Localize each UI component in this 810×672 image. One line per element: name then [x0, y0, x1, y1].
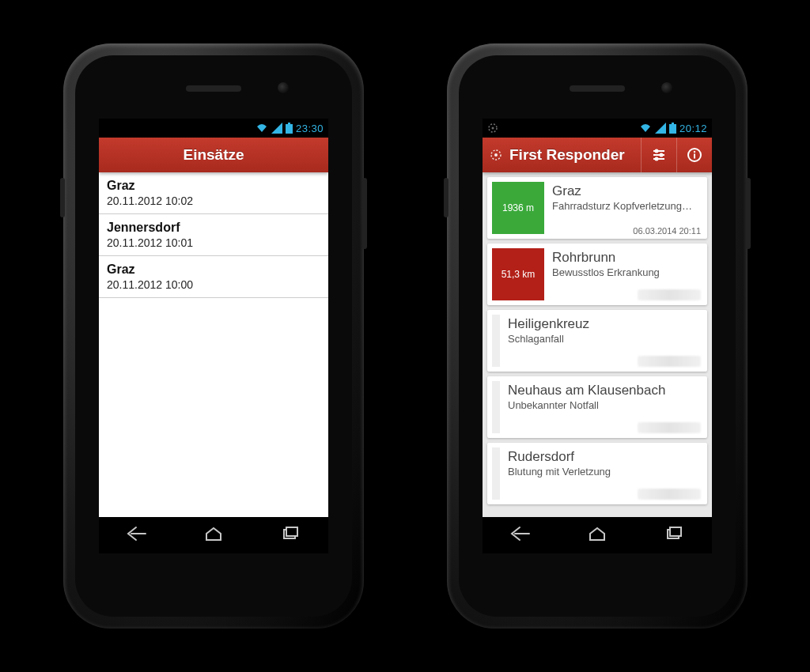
distance-badge	[492, 315, 500, 367]
wifi-icon	[255, 123, 268, 134]
card-description: Schlaganfall	[508, 333, 701, 345]
item-time: 20.11.2012 10:02	[107, 194, 320, 207]
appbar-title: First Responder	[509, 146, 625, 164]
distance-badge	[492, 447, 500, 500]
redacted-timestamp	[638, 289, 701, 300]
card-description: Fahrradsturz Kopfverletzung…	[552, 200, 701, 213]
redacted-timestamp	[638, 422, 701, 433]
recent-icon[interactable]	[280, 526, 301, 545]
back-icon[interactable]	[127, 526, 147, 545]
battery-icon	[669, 123, 676, 134]
card-location: Rudersdorf	[508, 449, 701, 465]
screen-right: 20:12 First Responder 1936 m Graz Fahrra…	[483, 119, 712, 553]
home-icon[interactable]	[587, 526, 608, 545]
incident-card[interactable]: Rudersdorf Blutung mit Verletzung	[487, 443, 707, 504]
svg-point-5	[492, 127, 494, 130]
back-icon[interactable]	[510, 526, 531, 545]
settings-button[interactable]	[641, 138, 676, 172]
item-title: Graz	[107, 262, 320, 277]
signal-icon	[271, 123, 282, 134]
phone-right: 20:12 First Responder 1936 m Graz Fahrra…	[447, 43, 748, 629]
status-clock: 20:12	[679, 123, 707, 134]
card-location: Rohrbrunn	[552, 250, 701, 266]
card-description: Bewusstlos Erkrankung	[552, 266, 701, 279]
list-item[interactable]: Graz 20.11.2012 10:02	[99, 172, 328, 214]
list-item[interactable]: Jennersdorf 20.11.2012 10:01	[99, 214, 328, 256]
item-time: 20.11.2012 10:00	[107, 278, 320, 291]
card-location: Heiligenkreuz	[508, 316, 701, 332]
svg-point-15	[656, 158, 658, 160]
front-camera	[661, 82, 672, 93]
phone-left: 23:30 Einsätze Graz 20.11.2012 10:02 Jen…	[63, 43, 364, 629]
status-bar: 20:12	[483, 119, 712, 138]
gps-icon[interactable]	[483, 148, 509, 162]
wifi-icon	[639, 123, 652, 134]
svg-rect-18	[694, 154, 695, 159]
front-camera	[278, 82, 289, 93]
info-button[interactable]	[676, 138, 712, 172]
incident-card[interactable]: 51,3 km Rohrbrunn Bewusstlos Erkrankung	[487, 244, 707, 305]
item-time: 20.11.2012 10:01	[107, 236, 320, 249]
volume-button[interactable]	[362, 178, 367, 249]
appbar: Einsätze	[99, 138, 328, 172]
incident-card-list[interactable]: 1936 m Graz Fahrradsturz Kopfverletzung……	[483, 172, 712, 553]
svg-point-9	[494, 153, 498, 157]
recent-icon[interactable]	[664, 526, 684, 545]
card-timestamp: 06.03.2014 20:11	[633, 226, 701, 236]
incident-card[interactable]: Heiligenkreuz Schlaganfall	[487, 310, 707, 372]
power-button[interactable]	[60, 178, 65, 217]
volume-button[interactable]	[746, 178, 751, 249]
svg-point-17	[694, 151, 695, 153]
list-item[interactable]: Graz 20.11.2012 10:00	[99, 256, 328, 298]
appbar: First Responder	[483, 138, 712, 172]
svg-rect-7	[672, 123, 674, 124]
redacted-timestamp	[638, 489, 701, 500]
distance-badge	[492, 381, 500, 433]
svg-rect-20	[670, 527, 681, 536]
appbar-title: Einsätze	[183, 146, 244, 164]
status-bar: 23:30	[99, 119, 328, 138]
nav-bar	[483, 517, 712, 553]
screen-left: 23:30 Einsätze Graz 20.11.2012 10:02 Jen…	[99, 119, 328, 553]
incident-card[interactable]: 1936 m Graz Fahrradsturz Kopfverletzung……	[487, 177, 707, 239]
svg-rect-6	[669, 124, 676, 134]
gps-icon	[487, 123, 498, 134]
speaker	[186, 85, 241, 92]
item-title: Graz	[107, 179, 320, 193]
incident-card[interactable]: Neuhaus am Klausenbach Unbekannter Notfa…	[487, 376, 707, 438]
home-icon[interactable]	[203, 526, 224, 545]
card-description: Blutung mit Verletzung	[508, 466, 701, 478]
incident-list[interactable]: Graz 20.11.2012 10:02 Jennersdorf 20.11.…	[99, 172, 328, 553]
distance-badge: 51,3 km	[492, 248, 544, 300]
card-location: Graz	[552, 183, 701, 199]
svg-rect-1	[288, 123, 290, 124]
distance-badge: 1936 m	[492, 182, 544, 234]
redacted-timestamp	[638, 356, 701, 367]
signal-icon	[655, 123, 666, 134]
card-location: Neuhaus am Klausenbach	[508, 383, 701, 398]
battery-icon	[286, 123, 293, 134]
item-title: Jennersdorf	[107, 221, 320, 235]
power-button[interactable]	[444, 178, 449, 217]
nav-bar	[99, 517, 328, 553]
speaker	[570, 85, 625, 92]
status-clock: 23:30	[296, 123, 324, 134]
svg-rect-3	[286, 527, 297, 536]
svg-point-14	[660, 154, 663, 157]
svg-point-13	[656, 150, 658, 153]
svg-rect-0	[286, 124, 293, 134]
card-description: Unbekannter Notfall	[508, 399, 701, 412]
